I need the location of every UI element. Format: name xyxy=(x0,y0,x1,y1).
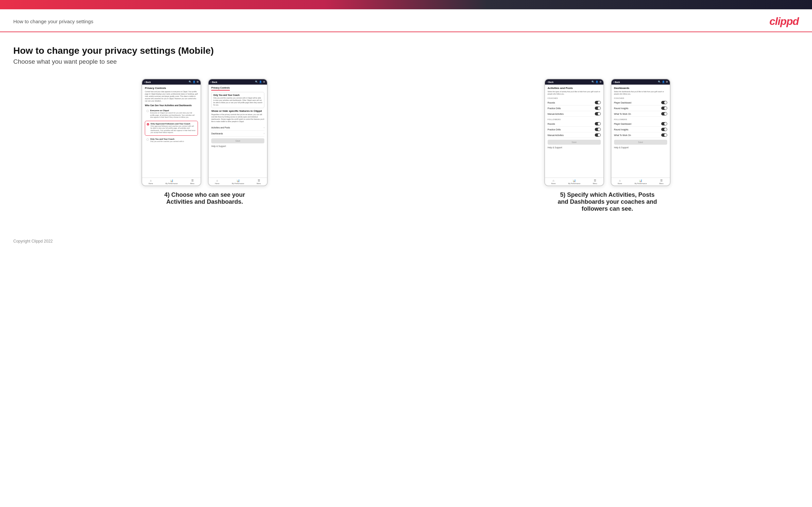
menu-icon-4: ☰ xyxy=(660,179,663,182)
phone2-help: Help & Support xyxy=(211,145,264,147)
performance-icon-2: 📊 xyxy=(237,179,240,182)
phone3-coaches-rounds: Rounds xyxy=(548,100,601,106)
copyright: Copyright Clippd 2022 xyxy=(13,239,53,243)
phone3-followers-label: FOLLOWERS xyxy=(548,118,601,120)
more-icon-2: ⚙ xyxy=(263,80,265,83)
toggle-followers-manual[interactable] xyxy=(595,133,601,137)
phone4-coaches-player: Player Dashboard xyxy=(614,100,667,106)
toggle-followers-workon[interactable] xyxy=(661,133,667,137)
phone4-followers-player: Player Dashboard xyxy=(614,121,667,127)
radio2 xyxy=(147,123,149,125)
phone1-icons: 🔍 👤 ⚙ xyxy=(189,80,199,83)
phone1-option1-text: Everyone on Clippd Everyone on Clippd ca… xyxy=(150,110,196,118)
phone2-section-body: Regardless of the privacy controls that … xyxy=(211,113,264,123)
phone2-tab-menu: ☰ Menu xyxy=(257,179,261,184)
phone-4: ‹ Back 🔍 👤 ⚙ Dashboards Select the dashb… xyxy=(611,79,670,186)
more-icon-4: ⚙ xyxy=(666,80,668,83)
phone1-section-body: Control how and your data appears to eve… xyxy=(145,91,198,102)
phone3-tabbar: ⌂ Home 📊 My Performance ☰ Menu xyxy=(545,177,603,185)
phone1-tab-menu: ☰ Menu xyxy=(190,179,195,184)
phone4-tab-menu: ☰ Menu xyxy=(659,179,664,184)
profile-icon: 👤 xyxy=(193,80,196,83)
more-icon: ⚙ xyxy=(197,80,199,83)
toggle-followers-rounds[interactable] xyxy=(595,122,601,125)
phone3-section-body: Select the types of activity that you'd … xyxy=(548,91,601,95)
phone3-tab-home: ⌂ Home xyxy=(551,179,556,184)
search-icon: 🔍 xyxy=(189,80,192,83)
phone2-tab-performance: 📊 My Performance xyxy=(232,179,244,184)
search-icon-4: 🔍 xyxy=(658,80,661,83)
menu-icon: ☰ xyxy=(191,179,194,182)
performance-icon-3: 📊 xyxy=(572,179,576,182)
phone1-option2-text: Only Approved Followers and Your Coach O… xyxy=(150,123,196,134)
phone4-coaches-workon: What To Work On xyxy=(614,111,667,117)
phone2-tabbar: ⌂ Home 📊 My Performance ☰ Menu xyxy=(209,177,267,185)
toggle-coaches-player[interactable] xyxy=(661,101,667,104)
pair-2: ‹ Back 🔍 👤 ⚙ Activities and Posts Select… xyxy=(416,79,799,212)
phone3-section-title: Activities and Posts xyxy=(548,87,601,90)
phone2-nav2: Dashboards › xyxy=(211,131,264,137)
phone4-content: Dashboards Select the dashboards that yo… xyxy=(611,84,670,177)
phone3-content: Activities and Posts Select the types of… xyxy=(545,84,603,177)
phone1-content: Privacy Controls Control how and your da… xyxy=(142,84,201,177)
performance-icon: 📊 xyxy=(170,179,173,182)
toggle-coaches-rounds[interactable] xyxy=(595,101,601,104)
phone4-coaches-insights: Round Insights xyxy=(614,106,667,111)
phone1-tab-home: ⌂ Home xyxy=(148,179,153,184)
phone1-option3-text: Only You and Your Coach Only you and the… xyxy=(150,138,184,143)
more-icon-3: ⚙ xyxy=(600,80,601,83)
breadcrumb: How to change your privacy settings xyxy=(13,18,93,24)
phone1-section-title: Privacy Controls xyxy=(145,87,198,90)
phone4-tab-performance: 📊 My Performance xyxy=(635,179,647,184)
phone1-option1: Everyone on Clippd Everyone on Clippd ca… xyxy=(145,108,198,120)
phone3-back: ‹ Back xyxy=(547,81,554,83)
phone1-option3: Only You and Your Coach Only you and the… xyxy=(145,136,198,144)
phone4-coaches-label: COACHES xyxy=(614,97,667,99)
phone2-content: Privacy Controls Only You and Your Coach… xyxy=(209,84,267,177)
phone1-option2: Only Approved Followers and Your Coach O… xyxy=(145,121,198,136)
footer: Copyright Clippd 2022 xyxy=(0,232,812,250)
phone4-back-arrow: ‹ xyxy=(613,81,614,83)
phone4-topbar: ‹ Back 🔍 👤 ⚙ xyxy=(611,79,670,84)
phone2-card1: Only You and Your Coach Only you and the… xyxy=(211,92,264,108)
phone2-save[interactable]: Save xyxy=(211,138,264,143)
phone4-icons: 🔍 👤 ⚙ xyxy=(658,80,668,83)
phone3-coaches-label: COACHES xyxy=(548,97,601,99)
phone2-tab-label: Privacy Controls xyxy=(211,87,230,91)
phone3-tab-performance: 📊 My Performance xyxy=(568,179,580,184)
phone2-nav1: Activities and Posts › xyxy=(211,125,264,131)
toggle-coaches-workon[interactable] xyxy=(661,112,667,115)
phone4-followers-label: FOLLOWERS xyxy=(614,118,667,120)
header: How to change your privacy settings clip… xyxy=(0,9,812,32)
phone4-followers-workon: What To Work On xyxy=(614,132,667,138)
phone4-followers-insights: Round Insights xyxy=(614,127,667,132)
phone2-tab-home: ⌂ Home xyxy=(215,179,219,184)
home-icon-4: ⌂ xyxy=(619,179,621,182)
phone3-coaches-drills: Practice Drills xyxy=(548,106,601,111)
phone4-save[interactable]: Save xyxy=(614,140,667,145)
phone4-section-title: Dashboards xyxy=(614,87,667,90)
toggle-followers-insights[interactable] xyxy=(661,128,667,131)
chevron-right-icon-2: › xyxy=(264,132,264,135)
toggle-coaches-insights[interactable] xyxy=(661,107,667,110)
phone3-save[interactable]: Save xyxy=(548,140,601,145)
pair-1: ‹ Back 🔍 👤 ⚙ Privacy Controls Control ho… xyxy=(13,79,396,206)
logo: clippd xyxy=(769,15,799,27)
toggle-followers-player[interactable] xyxy=(661,122,667,125)
radio1 xyxy=(146,110,149,112)
profile-icon-4: 👤 xyxy=(662,80,665,83)
content-section: ‹ Back 🔍 👤 ⚙ Privacy Controls Control ho… xyxy=(13,79,799,212)
phone1-tab-performance: 📊 My Performance xyxy=(165,179,178,184)
profile-icon-3: 👤 xyxy=(596,80,599,83)
toggle-coaches-manual[interactable] xyxy=(595,112,601,115)
phone2-topbar: ‹ Back 🔍 👤 ⚙ xyxy=(209,79,267,84)
phone4-tabbar: ⌂ Home 📊 My Performance ☰ Menu xyxy=(611,177,670,185)
phone4-back: ‹ Back xyxy=(613,81,620,83)
toggle-followers-drills[interactable] xyxy=(595,128,601,131)
toggle-coaches-drills[interactable] xyxy=(595,107,601,110)
search-icon-3: 🔍 xyxy=(592,80,595,83)
phone1-sub-heading: Who Can See Your Activities and Dashboar… xyxy=(145,104,198,107)
caption-2: 5) Specify which Activities, Posts and D… xyxy=(558,191,657,212)
top-gradient-bar xyxy=(0,0,812,9)
phone4-tab-home: ⌂ Home xyxy=(618,179,622,184)
